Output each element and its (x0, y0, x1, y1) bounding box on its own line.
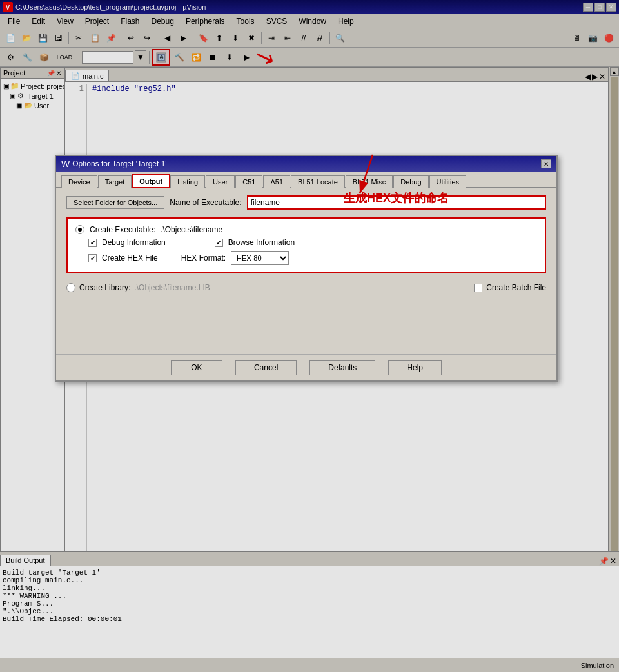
annotation-arrow-svg (353, 152, 418, 203)
dialog-title: Options for Target 'Target 1' (72, 159, 166, 168)
create-hex-row: ✔ Create HEX File HEX Format: HEX-80 HEX… (75, 251, 537, 265)
dialog-footer: OK Cancel Defaults Help (56, 354, 556, 380)
ok-btn[interactable]: OK (171, 360, 222, 375)
dialog-title-bar: W Options for Target 'Target 1' ✕ (56, 156, 556, 172)
create-batch-checkbox[interactable] (474, 284, 482, 292)
modal-overlay: W Options for Target 'Target 1' ✕ Device… (0, 0, 619, 672)
dtab-output[interactable]: Output (132, 175, 170, 188)
dtab-user[interactable]: User (206, 175, 235, 188)
create-hex-label: Create HEX File (102, 253, 158, 262)
cancel-btn[interactable]: Cancel (235, 360, 297, 375)
create-batch-label: Create Batch File (486, 283, 546, 292)
create-lib-radio[interactable] (66, 283, 75, 292)
library-row: Create Library: .\Objects\filename.LIB C… (66, 281, 546, 295)
help-btn[interactable]: Help (388, 360, 442, 375)
select-folder-btn[interactable]: Select Folder for Objects... (66, 196, 164, 209)
debug-info-label: Debug Information (102, 238, 166, 247)
dtab-c51[interactable]: C51 (235, 175, 262, 188)
svg-line-4 (360, 155, 373, 193)
dialog-spacer (66, 295, 546, 346)
dialog-close-btn[interactable]: ✕ (541, 159, 551, 168)
create-exec-label: Create Executable: (90, 225, 155, 234)
create-exec-radio[interactable] (75, 225, 84, 234)
exec-row: Select Folder for Objects... Name of Exe… (66, 195, 546, 210)
options-dialog: W Options for Target 'Target 1' ✕ Device… (55, 155, 558, 382)
dialog-body: Select Folder for Objects... Name of Exe… (56, 188, 556, 354)
dtab-a51[interactable]: A51 (263, 175, 290, 188)
radio-dot (78, 228, 82, 232)
debug-info-checkbox[interactable]: ✔ (88, 239, 97, 247)
create-exec-path: .\Objects\filename (161, 225, 222, 234)
dtab-target[interactable]: Target (98, 175, 132, 188)
dtab-device[interactable]: Device (61, 175, 97, 188)
create-lib-path: .\Objects\filename.LIB (134, 283, 210, 292)
hex-format-label: HEX Format: (181, 253, 226, 262)
exec-label: Name of Executable: (170, 198, 241, 207)
dtab-utilities[interactable]: Utilities (429, 175, 466, 188)
dialog-title-group: W Options for Target 'Target 1' (61, 159, 167, 169)
debug-browse-row: ✔ Debug Information ✔ Browse Information (75, 238, 537, 247)
browse-info-checkbox[interactable]: ✔ (215, 239, 223, 247)
options-box: Create Executable: .\Objects\filename ✔ … (66, 217, 546, 273)
lib-left: Create Library: .\Objects\filename.LIB (66, 283, 210, 292)
hex-format-select[interactable]: HEX-80 HEX-86 (231, 251, 289, 265)
dialog-icon: W (61, 159, 70, 169)
create-hex-checkbox[interactable]: ✔ (88, 254, 97, 262)
dtab-bl51-locate[interactable]: BL51 Locate (291, 175, 345, 188)
lib-right: Create Batch File (474, 283, 546, 292)
defaults-btn[interactable]: Defaults (310, 360, 375, 375)
dtab-listing[interactable]: Listing (170, 175, 205, 188)
browse-info-label: Browse Information (228, 238, 295, 247)
create-exec-row: Create Executable: .\Objects\filename (75, 225, 537, 234)
dialog-tabs: Device Target Output Listing User C51 A5… (56, 172, 556, 188)
create-lib-label: Create Library: (79, 283, 130, 292)
